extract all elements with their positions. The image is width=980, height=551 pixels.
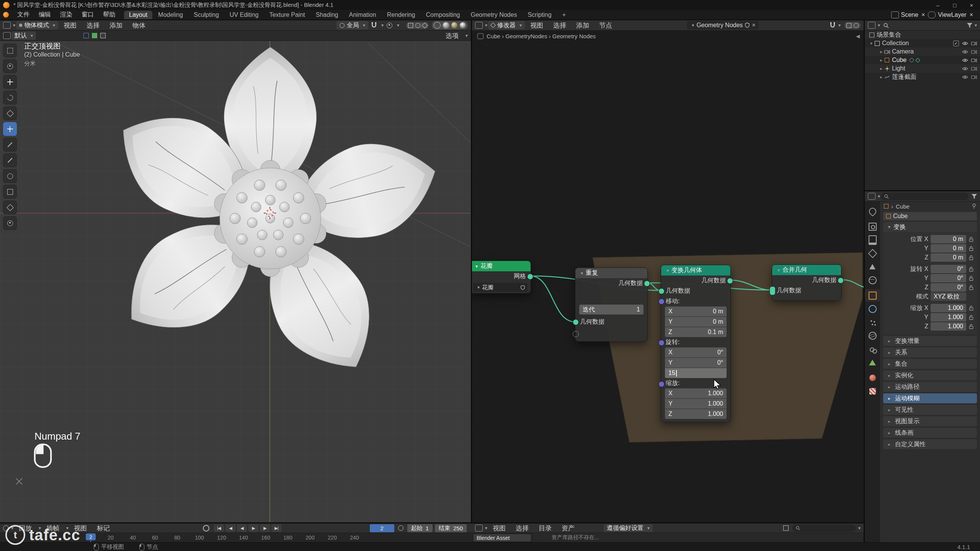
rotation-z-edit-field[interactable]: 15 [665,368,727,378]
value-row[interactable]: X1.000 [665,388,727,398]
node-tree-type-dropdown[interactable]: 修改器 ▾ [488,21,525,29]
node-repeat-header[interactable]: ▾ 重复 [575,268,647,278]
viewport-menu-add[interactable]: 添加 [105,20,127,30]
disclosure-icon[interactable]: ▸ [879,49,884,54]
tab-texture[interactable] [865,385,880,397]
rotation-mode-dropdown[interactable]: XYZ 欧拉 [931,292,966,301]
workspace-tab-scripting[interactable]: Scripting [523,11,556,19]
search-icon[interactable] [883,23,889,28]
frame-end-field[interactable]: 结束250 [435,524,467,532]
tab-material[interactable] [865,372,880,384]
tool-annotate[interactable] [3,138,17,152]
show-gizmo-icon[interactable] [408,23,413,28]
editor-type-icon[interactable] [868,193,875,200]
petal-output-socket[interactable] [527,274,533,280]
jump-to-end-button[interactable]: ▶| [271,524,281,532]
node-transform-geometry[interactable]: ▾ 变换几何体 几何数据 几何数据 移动: X0 m Y0 m Z0.1 m 旋… [661,265,731,422]
editor-type-dropdown-icon[interactable]: ▾ [878,194,880,199]
rotation-y-field[interactable]: 0° [931,274,966,282]
snap-dropdown-icon[interactable]: ▾ [381,23,384,28]
disable-render-camera-icon[interactable] [971,58,977,62]
tab-modifiers[interactable] [865,303,880,315]
current-frame-field[interactable]: 2 [370,524,394,532]
outliner[interactable]: ▾ ▾ 场景集合 ▾ Collection ✓ ▸ Camera [865,20,980,190]
scale-y-field[interactable]: 1.000 [931,313,966,321]
asset-menu-catalog[interactable]: 目录 [534,523,556,533]
location-x-field[interactable]: 0 m [931,235,966,243]
mode-dropdown[interactable]: 物体模式 ▾ [16,21,58,29]
location-z-field[interactable]: 0 m [931,253,966,262]
show-overlays-icon[interactable] [415,23,420,28]
toggle-icon[interactable] [83,33,89,38]
viewport-menu-select[interactable]: 选择 [82,20,104,30]
node-repeat[interactable]: ▾ 重复 几何数据 迭代 1 几何数据 [575,267,648,342]
row-collection[interactable]: ▾ Collection ✓ [865,39,980,47]
section-relations[interactable]: ▸关系 [883,347,977,357]
tab-physics[interactable] [865,329,880,342]
row-lotus-section[interactable]: ▸ 莲蓬截面 [865,73,980,81]
preview-range-clock-icon[interactable] [398,525,403,531]
lock-open-icon[interactable] [969,246,974,251]
auto-key-record-icon[interactable] [203,525,209,531]
lock-open-icon[interactable] [969,315,974,320]
rotation-z-field[interactable]: 0° [931,283,966,292]
node-tree-datablock[interactable]: ▾ Geometry Nodes × [687,21,758,29]
tool-cursor[interactable] [3,59,17,73]
workspace-tab-sculpting[interactable]: Sculpting [189,11,224,19]
frame-start-field[interactable]: 起始1 [407,524,433,532]
lock-open-icon[interactable] [969,237,974,242]
value-row[interactable]: Y0° [665,358,727,368]
workspace-tab-modeling[interactable]: Modeling [153,11,188,19]
workspace-tab-uvediting[interactable]: UV Editing [225,11,264,19]
section-motion-paths[interactable]: ▸运动路径 [883,382,977,392]
play-button[interactable]: ▶ [248,524,258,532]
section-motion-blur[interactable]: ▸运动模糊 [883,393,977,403]
tool-select-box[interactable] [3,44,17,57]
snap-magnet-icon[interactable] [829,22,836,29]
transform-input-socket[interactable] [658,288,665,294]
shading-rendered-icon[interactable] [460,22,466,28]
asset-browser[interactable]: ▾ 视图 选择 目录 资产 遵循偏好设置 ▾ ▾ Blender Asset 资… [472,523,864,542]
play-reverse-button[interactable]: ◀ [237,524,247,532]
disable-render-camera-icon[interactable] [971,67,977,71]
close-button[interactable]: × [963,2,980,8]
value-row[interactable]: X0° [665,347,727,357]
menu-help[interactable]: 帮助 [98,10,120,20]
repeat-extend-socket[interactable] [573,331,579,337]
disable-render-camera-icon[interactable] [971,41,977,46]
translation-socket[interactable] [658,298,665,305]
editor-type-icon[interactable] [475,525,483,531]
node-join-geometry[interactable]: ▾ 合并几何 几何数据 几何数据 [772,264,841,301]
tool-measure[interactable] [3,153,17,167]
node-petal[interactable]: ▾ 花瓣 网格 ▾ 花瓣 [472,261,531,293]
tab-object-data[interactable] [865,356,880,368]
tool-preset-dropdown[interactable]: 默认 ▾ [11,31,36,40]
tool-extra-3[interactable] [3,201,17,214]
collection-checkbox[interactable]: ✓ [953,41,959,46]
lock-open-icon[interactable] [969,276,974,281]
pin-icon[interactable] [972,204,976,209]
rotation-x-field[interactable]: 0° [931,265,966,273]
filter-funnel-icon[interactable] [972,194,977,199]
3d-viewport[interactable]: ▾ 物体模式 ▾ 视图 选择 添加 物体 全局 ▾ ▾ ▾ [0,20,471,522]
lock-open-icon[interactable] [969,285,974,290]
section-line-art[interactable]: ▸线条画 [883,428,977,438]
fake-user-shield-icon[interactable] [521,285,525,290]
menu-file[interactable]: 文件 [13,10,34,20]
workspace-tab-shading[interactable]: Shading [311,11,343,19]
filter-funnel-icon[interactable] [967,23,972,28]
next-keyframe-button[interactable]: ▶ [260,524,270,532]
transform-section-header[interactable]: ▾ 变换 [883,222,977,232]
asset-search-field[interactable] [792,525,856,532]
fake-user-shield-icon[interactable] [745,23,750,28]
scene-unlink-button[interactable]: × [918,10,928,20]
rotation-socket[interactable] [658,340,665,346]
jump-to-start-button[interactable]: |◀ [214,524,224,532]
tool-rotate[interactable] [3,91,17,104]
unlink-icon[interactable]: × [752,22,755,29]
viewport-menu-object[interactable]: 物体 [128,20,150,30]
section-instancing[interactable]: ▸实例化 [883,370,977,380]
filter-dropdown-icon[interactable]: ▾ [975,23,977,28]
region-collapse-icon[interactable]: ◀ [856,33,860,39]
lock-open-icon[interactable] [969,267,974,272]
